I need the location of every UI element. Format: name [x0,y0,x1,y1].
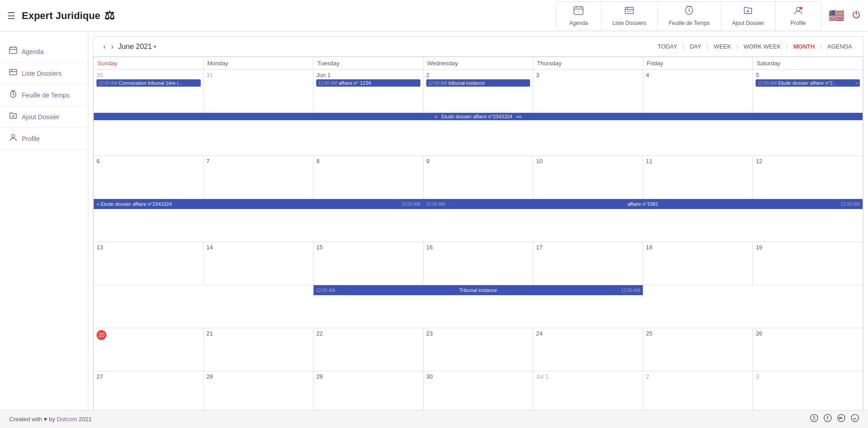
ajout-dossier-nav-label: Ajout Dossier [732,20,764,26]
footer-link[interactable]: Dotcom [57,416,77,423]
sidebar-item-feuille-de-temps[interactable]: Feuille de Temps [0,84,88,106]
week-row-3: 13 14 15 16 17 [94,242,863,285]
day-number: Jun 1 [316,72,420,78]
github-icon[interactable] [810,414,818,424]
day-number: 22 [316,330,420,337]
week-row-4: 20 21 22 23 24 [94,328,863,371]
event[interactable]: 12:00 AMtribunal instance [426,79,530,87]
day-jun-24: 24 [533,328,643,371]
svg-text:!: ! [800,8,801,10]
calendar-header-row: Sunday Monday Tuesday Wednesday Thursday… [94,57,863,70]
span-cell-week3a: « Etude dossier affaire n°2343324 12:00 … [94,199,424,242]
span-cell-week4-empty2 [643,285,863,328]
day-31-may: 31 [203,70,313,113]
day-number: 2 [426,72,530,78]
sidebar-item-agenda[interactable]: Agenda [0,41,88,63]
span-row-2: « Etude dossier affaire n°2343324 »» [94,113,863,156]
view-agenda-button[interactable]: AGENDA [824,41,856,52]
nav-item-feuille-de-temps[interactable]: Feuille de Temps [658,2,721,30]
day-number: 17 [536,244,640,251]
event[interactable]: 12:00 AMConvocation tribunal 1ère i... [96,79,201,87]
event[interactable]: 12:00 AMaffaire n° 1234 [316,79,420,87]
span-cell-week3b: 12:00 AM affaire n°1981 12:00 AM [423,199,863,242]
next-month-button[interactable]: › [108,42,116,52]
linkedin-icon[interactable]: in [851,414,859,424]
svg-rect-16 [10,47,17,54]
sidebar-item-profile[interactable]: Profile [0,128,88,150]
col-wednesday: Wednesday [423,57,533,70]
day-number: 24 [536,330,640,337]
day-number: 10 [536,158,640,165]
view-day-button[interactable]: DAY [686,41,705,52]
span-cell-week4: 12:00 AM Tribunal instance 12:00 AM [313,285,643,328]
sidebar-profile-label: Profile [22,135,40,142]
day-number: 5 [756,72,860,78]
month-dropdown-arrow[interactable]: ▾ [154,44,156,50]
day-jul-2: 2 [643,371,753,410]
day-number: 28 [207,373,311,380]
liste-dossiers-nav-icon [624,5,635,18]
day-number: 19 [756,244,860,251]
day-number: 29 [316,373,420,380]
day-jun-15: 15 [313,242,424,285]
profile-nav-icon: ! [793,5,804,18]
day-number: 18 [646,244,750,251]
day-jun-12: 12 [753,156,863,199]
agenda-nav-icon [573,5,584,18]
nav-item-ajout-dossier[interactable]: Ajout Dossier [721,2,776,30]
col-friday: Friday [643,57,753,70]
day-number: 25 [646,330,750,337]
span-cell-week4-empty [94,285,313,328]
day-jun-16: 16 [423,242,533,285]
svg-point-13 [796,7,800,11]
day-jun-1: Jun 1 12:00 AMaffaire n° 1234 [313,70,424,113]
nav-item-liste-dossiers[interactable]: Liste Dossiers [602,2,658,30]
view-work-week-button[interactable]: WORK WEEK [740,41,784,52]
sidebar-item-liste-dossiers[interactable]: Liste Dossiers [0,63,88,84]
twitter-icon[interactable] [837,414,845,424]
sidebar-liste-dossiers-icon [9,68,17,78]
sidebar-item-ajout-dossier[interactable]: Ajout Dossier [0,106,88,128]
span-event-week3a[interactable]: « Etude dossier affaire n°2343324 12:00 … [94,199,423,209]
sidebar: Agenda Liste Dossiers Feuille de Temps [0,32,88,410]
sidebar-liste-dossiers-label: Liste Dossiers [22,70,62,77]
col-monday: Monday [203,57,313,70]
sidebar-ajout-dossier-icon [9,112,17,122]
calendar-view-options: TODAY | DAY | WEEK | WORK WEEK | MONTH |… [654,41,856,52]
day-number: 13 [96,244,201,251]
day-jun-28: 28 [203,371,313,410]
day-jun-23: 23 [423,328,533,371]
view-month-button[interactable]: MONTH [790,41,819,52]
menu-icon[interactable]: ☰ [7,10,15,21]
layout: Agenda Liste Dossiers Feuille de Temps [0,32,868,410]
view-today-button[interactable]: TODAY [654,41,681,52]
header: ☰ Expert Juridique ⚖ Agenda [0,0,868,32]
day-number: 12 [756,158,860,165]
span-event-week2[interactable]: « Etude dossier affaire n°2343324 »» [94,113,863,120]
svg-point-4 [578,11,579,12]
nav-item-profile[interactable]: ! Profile [776,2,821,30]
day-number: 8 [316,158,420,165]
main-content: ‹ › June 2021 ▾ TODAY | DAY | WEEK | WOR… [88,32,868,410]
day-number: 3 [756,373,860,380]
power-icon[interactable] [852,10,861,22]
prev-month-button[interactable]: ‹ [101,42,108,52]
day-number: Jul 1 [536,373,640,380]
app-title: Expert Juridique ⚖ [22,9,115,23]
flag-icon[interactable]: 🇺🇸 [829,8,844,23]
col-sunday: Sunday [94,57,204,70]
ajout-dossier-nav-icon [743,5,753,18]
sidebar-feuille-de-temps-label: Feuille de Temps [22,92,70,99]
svg-rect-0 [574,7,583,15]
day-number: 9 [426,158,530,165]
facebook-icon[interactable]: f [824,414,832,424]
span-event-week4[interactable]: 12:00 AM Tribunal instance 12:00 AM [313,285,643,295]
day-jun-25: 25 [643,328,753,371]
svg-point-29 [813,416,815,418]
nav-item-agenda[interactable]: Agenda [556,2,602,30]
view-week-button[interactable]: WEEK [710,41,735,52]
span-event-week3b[interactable]: 12:00 AM affaire n°1981 12:00 AM [423,199,863,209]
col-saturday: Saturday [753,57,863,70]
day-jul-3: 3 [753,371,863,410]
event[interactable]: 12:00 AMEtude dossier affaire n°2... » [756,79,860,87]
